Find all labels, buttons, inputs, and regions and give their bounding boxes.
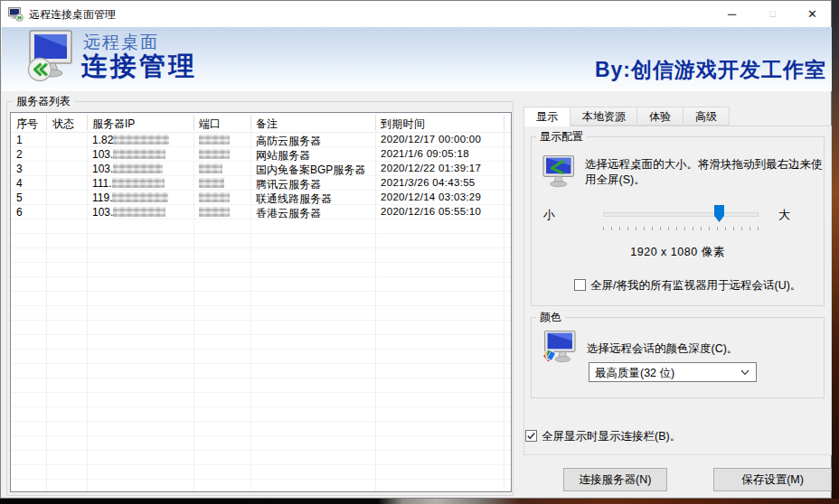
desktop-background-right [832,0,839,504]
use-all-monitors-checkbox[interactable] [574,279,586,291]
cell-expiry: 2020/12/16 05:55:10 [381,206,481,217]
tab-experience[interactable]: 体验 [636,107,683,126]
table-row[interactable]: 2 103. 网站服务器 2021/1/6 09:05:18 [11,147,511,162]
redacted-ip [113,149,165,159]
cell-ip: 119. [92,191,168,204]
column-header-no[interactable]: 序号 [16,117,38,132]
cell-expiry: 2020/12/22 01:39:17 [381,163,481,173]
screen-size-monitor-icon [539,154,577,189]
table-row[interactable]: 3 103. 国内免备案BGP服务器 2020/12/22 01:39:17 [11,162,511,176]
size-slider-ticks [603,227,760,230]
column-header-remark[interactable]: 备注 [256,117,278,132]
cell-port [199,191,230,204]
cell-remark: 香港云服务器 [256,206,321,221]
cell-port [199,134,230,146]
title-bar[interactable]: 远程连接桌面管理 ─ □ ✕ [1,1,831,27]
cell-expiry: 2021/1/6 09:05:18 [381,148,469,159]
cell-no: 6 [16,206,23,219]
cell-ip: 103. [92,148,165,161]
server-table-body[interactable]: 1 1.82 高防云服务器 2020/12/17 00:00:00 2 103.… [11,133,511,491]
cell-port [199,206,230,219]
screen-size-description: 选择远程桌面的大小。将滑块拖动到最右边来使用全屏(S)。 [585,157,824,188]
window-title: 远程连接桌面管理 [29,7,116,23]
redacted-ip [113,207,165,217]
desktop-background-bottom [0,499,839,504]
tab-display[interactable]: 显示 [523,107,570,126]
redacted-port [199,178,224,188]
color-depth-description: 选择远程会话的颜色深度(C)。 [587,341,822,357]
cell-port [199,163,222,175]
save-settings-button[interactable]: 保存设置(M) [713,468,832,491]
redacted-port [199,149,230,159]
cell-ip: 103. [92,206,165,219]
chevron-down-icon [740,369,749,376]
banner-byline: By:创信游戏开发工作室 [595,56,826,84]
color-depth-monitor-icon [539,330,577,364]
header-separator [504,115,504,131]
cell-ip: 1.82 [92,134,169,146]
column-header-expiry[interactable]: 到期时间 [381,117,425,132]
app-window: 远程连接桌面管理 ─ □ ✕ 远程桌面 连接管理 By:创信游戏开发工作室 服务… [0,0,832,499]
cell-expiry: 2020/12/17 00:00:00 [381,134,481,145]
table-row[interactable]: 6 103. 香港云服务器 2020/12/16 05:55:10 [11,205,511,219]
connection-bar-label[interactable]: 全屏显示时显示连接栏(B)。 [542,429,681,444]
table-row[interactable]: 4 111. 腾讯云服务器 2021/3/26 04:43:55 [11,176,511,191]
app-icon [8,6,24,22]
checkmark-icon [526,431,536,441]
cell-no: 5 [16,191,23,204]
redacted-ip [112,178,165,188]
column-header-port[interactable]: 端口 [199,117,221,132]
banner-title: 连接管理 [81,49,197,85]
size-slider-track[interactable] [603,212,759,217]
cell-ip: 111. [92,177,165,190]
cell-port [199,148,230,161]
maximize-button: □ [752,1,793,27]
close-button[interactable]: ✕ [793,1,832,27]
redacted-port [199,207,230,217]
slider-min-label: 小 [543,207,555,223]
cell-no: 2 [16,148,23,161]
color-depth-selected-value: 最高质量(32 位) [595,366,674,381]
screen: 远程连接桌面管理 ─ □ ✕ 远程桌面 连接管理 By:创信游戏开发工作室 服务… [0,0,839,504]
header-banner: 远程桌面 连接管理 By:创信游戏开发工作室 [2,27,832,91]
slider-max-label: 大 [778,207,790,223]
connection-bar-checkbox[interactable] [525,430,537,442]
redacted-port [199,192,230,202]
table-row[interactable]: 5 119. 联通线路服务器 2020/12/14 03:03:29 [11,191,511,205]
tab-advanced[interactable]: 高级 [683,107,730,126]
redacted-ip [113,135,169,145]
server-list-group-label: 服务器列表 [13,95,74,107]
redacted-port [199,135,230,145]
cell-ip: 103. [92,163,163,175]
column-header-status[interactable]: 状态 [52,117,74,132]
cell-expiry: 2021/3/26 04:43:55 [381,177,476,188]
use-all-monitors-label[interactable]: 全屏/将我的所有监视器用于远程会话(U)。 [590,278,801,294]
redacted-ip [113,163,163,173]
server-table[interactable]: 序号 状态 服务器IP 端口 备注 到期时间 [10,112,512,492]
header-separator [250,115,251,131]
color-group-label: 颜色 [536,311,565,323]
resolution-value: 1920 x 1080 像素 [531,245,825,260]
header-separator [46,115,47,131]
redacted-ip [112,192,168,202]
header-separator [193,115,194,131]
header-separator [375,115,376,131]
cell-no: 1 [16,134,23,146]
redacted-port [199,163,222,173]
display-config-label: 显示配置 [536,130,587,143]
header-separator [87,115,88,131]
color-depth-select[interactable]: 最高质量(32 位) [589,362,757,382]
remote-desktop-icon [26,29,75,87]
connect-server-button[interactable]: 连接服务器(N) [563,468,667,491]
server-table-header[interactable]: 序号 状态 服务器IP 端口 备注 到期时间 [11,113,511,133]
minimize-button[interactable]: ─ [712,1,752,27]
cell-no: 4 [16,177,23,190]
cell-port [199,177,224,190]
cell-expiry: 2020/12/14 03:03:29 [381,191,481,202]
tab-local-resources[interactable]: 本地资源 [570,107,638,126]
column-header-ip[interactable]: 服务器IP [92,117,135,132]
table-row[interactable]: 1 1.82 高防云服务器 2020/12/17 00:00:00 [11,133,511,147]
cell-no: 3 [16,163,23,175]
